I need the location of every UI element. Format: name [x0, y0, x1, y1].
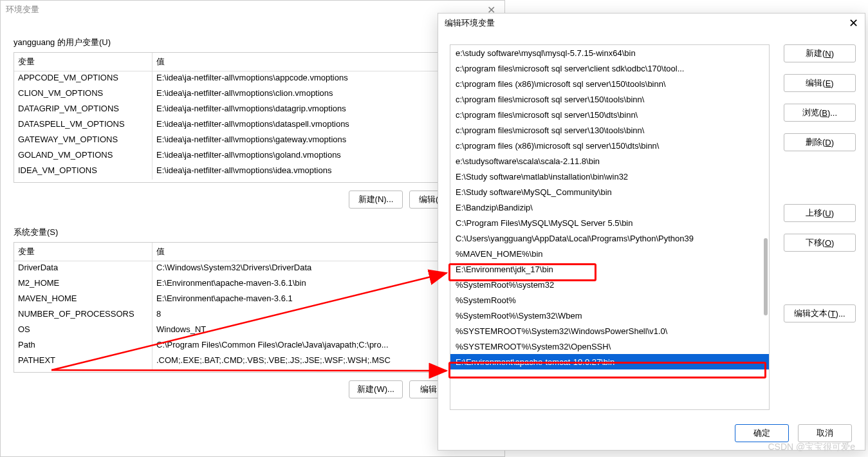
var-name: DATAGRIP_VM_OPTIONS [14, 102, 152, 118]
table-header: 变量 值 [14, 53, 491, 71]
list-item[interactable]: %SystemRoot%\System32\Wbem [450, 308, 769, 323]
list-item[interactable]: c:\program files\microsoft sql server\13… [450, 122, 769, 138]
var-name: OS [14, 323, 152, 339]
var-name: DATASPELL_VM_OPTIONS [14, 118, 152, 133]
move-down-button[interactable]: 下移(O) [784, 234, 856, 252]
sys-vars-label: 系统变量(S) [14, 227, 492, 238]
list-item[interactable]: c:\program files\microsoft sql server\cl… [450, 61, 769, 76]
annotation-box-tomcat [448, 362, 766, 378]
list-item[interactable]: %SystemRoot% [450, 292, 769, 308]
var-name: GOLAND_VM_OPTIONS [14, 149, 152, 164]
table-row[interactable]: NUMBER_OF_PROCESSORS8 [14, 308, 491, 323]
ok-button[interactable]: 确定 [735, 424, 789, 442]
table-row[interactable]: M2_HOMEE:\Environment\apache-maven-3.6.1… [14, 277, 491, 292]
table-row[interactable]: CLION_VM_OPTIONSE:\idea\ja-netfilter-all… [14, 87, 491, 102]
close-icon[interactable]: ✕ [849, 16, 858, 30]
user-vars-table[interactable]: 变量 值 APPCODE_VM_OPTIONSE:\idea\ja-netfil… [14, 52, 492, 183]
table-row[interactable]: PathC:\Program Files\Common Files\Oracle… [14, 339, 491, 354]
annotation-box-jdk [448, 263, 596, 281]
col-variable[interactable]: 变量 [14, 243, 152, 261]
table-row[interactable]: APPCODE_VM_OPTIONSE:\idea\ja-netfilter-a… [14, 71, 491, 87]
user-vars-label: yangguang 的用户变量(U) [14, 37, 492, 48]
var-name: M2_HOME [14, 277, 152, 292]
browse-path-button[interactable]: 浏览(B)... [784, 104, 856, 122]
list-item[interactable]: E:\Study software\MySQL_Community\bin [450, 184, 769, 200]
table-row[interactable]: GOLAND_VM_OPTIONSE:\idea\ja-netfilter-al… [14, 149, 491, 164]
var-name: DriverData [14, 261, 152, 277]
list-item[interactable]: E:\Study software\matlab\installation\bi… [450, 169, 769, 184]
table-header: 变量 值 [14, 243, 491, 261]
var-name: PATHEXT [14, 354, 152, 369]
cancel-button[interactable]: 取消 [798, 424, 852, 442]
table-row[interactable]: DATASPELL_VM_OPTIONSE:\idea\ja-netfilter… [14, 118, 491, 133]
list-item[interactable]: e:\studysoftware\scala\scala-2.11.8\bin [450, 153, 769, 169]
path-list[interactable]: e:\study software\mysql\mysql-5.7.15-win… [450, 44, 770, 410]
table-row[interactable]: DriverDataC:\Windows\System32\Drivers\Dr… [14, 261, 491, 277]
list-item[interactable]: c:\program files (x86)\microsoft sql ser… [450, 138, 769, 153]
delete-path-button[interactable]: 删除(D) [784, 133, 856, 151]
new-user-var-button[interactable]: 新建(N)... [349, 191, 403, 209]
move-up-button[interactable]: 上移(U) [784, 204, 856, 222]
var-name: GATEWAY_VM_OPTIONS [14, 133, 152, 149]
edit-dialog-title: 编辑环境变量 [445, 17, 495, 29]
edit-dialog-titlebar: 编辑环境变量 ✕ [438, 14, 865, 33]
var-name: MAVEN_HOME [14, 292, 152, 308]
var-name: NUMBER_OF_PROCESSORS [14, 308, 152, 323]
var-name: Path [14, 339, 152, 354]
list-item[interactable]: e:\study software\mysql\mysql-5.7.15-win… [450, 45, 769, 61]
list-item[interactable]: C:\Users\yangguang\AppData\Local\Program… [450, 230, 769, 246]
list-item[interactable]: %SYSTEMROOT%\System32\WindowsPowerShell\… [450, 323, 769, 339]
list-item[interactable]: %MAVEN_HOME%\bin [450, 246, 769, 261]
col-variable[interactable]: 变量 [14, 53, 152, 71]
scrollbar-thumb[interactable] [764, 238, 768, 315]
table-row[interactable]: PATHEXT.COM;.EXE;.BAT;.CMD;.VBS;.VBE;.JS… [14, 354, 491, 369]
list-item[interactable]: c:\program files\microsoft sql server\15… [450, 107, 769, 122]
list-item[interactable]: E:\Bandzip\Bandizip\ [450, 200, 769, 215]
edit-text-button[interactable]: 编辑文本(T)... [784, 304, 856, 322]
new-sys-var-button[interactable]: 新建(W)... [349, 380, 403, 398]
edit-env-var-dialog: 编辑环境变量 ✕ e:\study software\mysql\mysql-5… [438, 13, 865, 451]
list-item[interactable]: %SYSTEMROOT%\System32\OpenSSH\ [450, 339, 769, 354]
edit-path-button[interactable]: 编辑(E) [784, 74, 856, 92]
list-item[interactable]: c:\program files (x86)\microsoft sql ser… [450, 76, 769, 91]
var-name: IDEA_VM_OPTIONS [14, 164, 152, 180]
sys-vars-table[interactable]: 变量 值 DriverDataC:\Windows\System32\Drive… [14, 242, 492, 373]
var-name: APPCODE_VM_OPTIONS [14, 71, 152, 87]
table-row[interactable]: GATEWAY_VM_OPTIONSE:\idea\ja-netfilter-a… [14, 133, 491, 149]
table-row[interactable]: OSWindows_NT [14, 323, 491, 339]
table-row[interactable]: DATAGRIP_VM_OPTIONSE:\idea\ja-netfilter-… [14, 102, 491, 118]
env-variables-dialog: 环境变量 ✕ yangguang 的用户变量(U) 变量 值 APPCODE_V… [0, 0, 505, 457]
var-name: CLION_VM_OPTIONS [14, 87, 152, 102]
new-path-button[interactable]: 新建(N) [784, 44, 856, 62]
env-dialog-title: 环境变量 [6, 4, 39, 15]
table-row[interactable]: MAVEN_HOMEE:\Environment\apache-maven-3.… [14, 292, 491, 308]
table-row[interactable]: IDEA_VM_OPTIONSE:\idea\ja-netfilter-all\… [14, 164, 491, 180]
list-item[interactable]: c:\program files\microsoft sql server\15… [450, 91, 769, 107]
env-dialog-titlebar: 环境变量 ✕ [1, 1, 504, 19]
list-item[interactable]: C:\Program Files\MySQL\MySQL Server 5.5\… [450, 215, 769, 230]
